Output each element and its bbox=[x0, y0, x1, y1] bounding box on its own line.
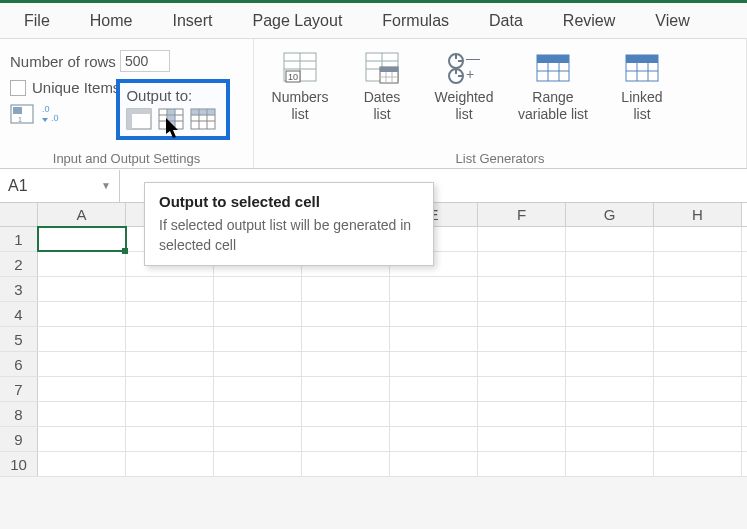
cell[interactable] bbox=[126, 452, 214, 476]
cell[interactable] bbox=[126, 427, 214, 451]
cell[interactable] bbox=[214, 452, 302, 476]
cell[interactable] bbox=[654, 452, 742, 476]
cell[interactable] bbox=[478, 427, 566, 451]
cell[interactable] bbox=[390, 277, 478, 301]
tab-file[interactable]: File bbox=[4, 3, 70, 39]
cell[interactable] bbox=[566, 377, 654, 401]
cell[interactable] bbox=[214, 377, 302, 401]
cell[interactable] bbox=[478, 327, 566, 351]
cell[interactable] bbox=[654, 427, 742, 451]
col-header-a[interactable]: A bbox=[38, 203, 126, 226]
cell[interactable] bbox=[478, 352, 566, 376]
tab-data[interactable]: Data bbox=[469, 3, 543, 39]
row-header[interactable]: 7 bbox=[0, 377, 38, 401]
cell[interactable] bbox=[654, 277, 742, 301]
cell[interactable] bbox=[654, 252, 742, 276]
cell[interactable] bbox=[126, 377, 214, 401]
cell[interactable] bbox=[566, 252, 654, 276]
row-header[interactable]: 2 bbox=[0, 252, 38, 276]
cell[interactable] bbox=[214, 402, 302, 426]
output-to-table-icon[interactable] bbox=[190, 108, 216, 130]
cell[interactable] bbox=[302, 452, 390, 476]
output-mode-single-icon[interactable]: 1 bbox=[10, 104, 34, 124]
weighted-list-button[interactable]: —+ Weighted list bbox=[428, 51, 500, 123]
cell[interactable] bbox=[38, 302, 126, 326]
output-to-cell-icon[interactable] bbox=[126, 108, 152, 130]
cell[interactable] bbox=[390, 352, 478, 376]
col-header-f[interactable]: F bbox=[478, 203, 566, 226]
cell[interactable] bbox=[214, 352, 302, 376]
cell[interactable] bbox=[654, 352, 742, 376]
name-box[interactable]: A1 ▼ bbox=[0, 170, 120, 202]
tab-formulas[interactable]: Formulas bbox=[362, 3, 469, 39]
cell[interactable] bbox=[214, 327, 302, 351]
cell[interactable] bbox=[126, 352, 214, 376]
cell[interactable] bbox=[38, 377, 126, 401]
cell[interactable] bbox=[566, 352, 654, 376]
cell[interactable] bbox=[654, 377, 742, 401]
row-header[interactable]: 8 bbox=[0, 402, 38, 426]
cell[interactable] bbox=[302, 352, 390, 376]
cell[interactable] bbox=[126, 327, 214, 351]
cell[interactable] bbox=[390, 327, 478, 351]
cell[interactable] bbox=[390, 452, 478, 476]
cell[interactable] bbox=[478, 277, 566, 301]
cell[interactable] bbox=[566, 302, 654, 326]
cell[interactable] bbox=[302, 277, 390, 301]
cell[interactable] bbox=[566, 452, 654, 476]
numbers-list-button[interactable]: 10 Numbers list bbox=[264, 51, 336, 123]
decimal-toggle-icon[interactable]: .0.0 bbox=[40, 104, 64, 124]
cell[interactable] bbox=[302, 327, 390, 351]
cell[interactable] bbox=[654, 327, 742, 351]
cell[interactable] bbox=[654, 227, 742, 251]
tab-page-layout[interactable]: Page Layout bbox=[232, 3, 362, 39]
row-header[interactable]: 3 bbox=[0, 277, 38, 301]
cell[interactable] bbox=[38, 352, 126, 376]
dates-list-button[interactable]: Dates list bbox=[346, 51, 418, 123]
cell[interactable] bbox=[126, 277, 214, 301]
cell[interactable] bbox=[390, 427, 478, 451]
cell[interactable] bbox=[302, 377, 390, 401]
cell[interactable] bbox=[566, 277, 654, 301]
tab-review[interactable]: Review bbox=[543, 3, 635, 39]
cell[interactable] bbox=[390, 402, 478, 426]
cell[interactable] bbox=[566, 227, 654, 251]
cell[interactable] bbox=[38, 277, 126, 301]
row-header[interactable]: 9 bbox=[0, 427, 38, 451]
cell[interactable] bbox=[38, 252, 126, 276]
cell[interactable] bbox=[390, 377, 478, 401]
col-header-h[interactable]: H bbox=[654, 203, 742, 226]
cell[interactable] bbox=[478, 252, 566, 276]
cell[interactable] bbox=[654, 302, 742, 326]
cell[interactable] bbox=[390, 302, 478, 326]
cell[interactable] bbox=[478, 402, 566, 426]
cell[interactable] bbox=[566, 327, 654, 351]
cell[interactable] bbox=[302, 402, 390, 426]
cell[interactable] bbox=[38, 402, 126, 426]
cell[interactable] bbox=[478, 377, 566, 401]
col-header-g[interactable]: G bbox=[566, 203, 654, 226]
cell[interactable] bbox=[38, 327, 126, 351]
cell[interactable] bbox=[302, 302, 390, 326]
cell[interactable] bbox=[302, 427, 390, 451]
row-header[interactable]: 4 bbox=[0, 302, 38, 326]
cell[interactable] bbox=[478, 302, 566, 326]
cell[interactable] bbox=[38, 427, 126, 451]
select-all-corner[interactable] bbox=[0, 203, 38, 226]
cell[interactable] bbox=[38, 452, 126, 476]
unique-items-checkbox[interactable]: Unique Items bbox=[10, 79, 120, 96]
cell[interactable] bbox=[214, 427, 302, 451]
cell[interactable] bbox=[566, 427, 654, 451]
tab-view[interactable]: View bbox=[635, 3, 709, 39]
row-header[interactable]: 10 bbox=[0, 452, 38, 476]
cell[interactable] bbox=[38, 227, 126, 251]
cell[interactable] bbox=[566, 402, 654, 426]
cell[interactable] bbox=[126, 302, 214, 326]
output-to-column-icon[interactable] bbox=[158, 108, 184, 130]
cell[interactable] bbox=[214, 277, 302, 301]
cell[interactable] bbox=[214, 302, 302, 326]
range-variable-list-button[interactable]: Range variable list bbox=[510, 51, 596, 123]
number-of-rows-input[interactable] bbox=[120, 50, 170, 72]
tab-insert[interactable]: Insert bbox=[152, 3, 232, 39]
row-header[interactable]: 1 bbox=[0, 227, 38, 251]
